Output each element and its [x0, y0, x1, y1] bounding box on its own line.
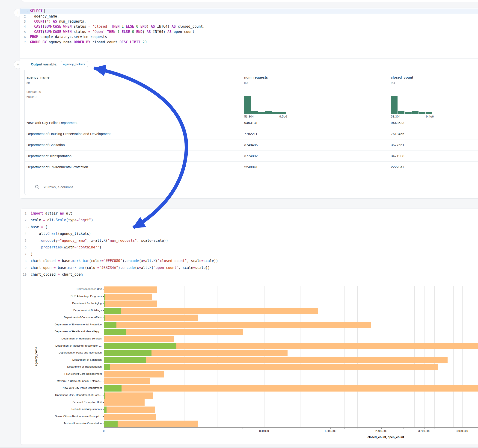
- x-tick-mark: [330, 428, 331, 429]
- y-axis-label: Department of Consumer Affairs: [20, 316, 102, 319]
- code-line[interactable]: 6 .properties(width="container"): [20, 244, 478, 251]
- gridline: [357, 286, 358, 427]
- histogram-bar: [426, 112, 432, 114]
- closed-count-bar: [104, 308, 318, 314]
- closed-count-bar: [104, 371, 164, 378]
- x-tick-mark: [344, 428, 345, 429]
- gridline: [453, 286, 453, 427]
- gridline: [370, 286, 370, 427]
- code-line[interactable]: 9chart_open = base.mark_bar(color="#8BC3…: [20, 264, 478, 271]
- open-count-bar: [104, 315, 105, 321]
- output-variable-row: Output variable: agency_tickets: [31, 60, 88, 68]
- y-axis-label: Department for the Aging: [20, 302, 102, 305]
- table-cell: 2240041: [244, 162, 258, 173]
- notebook-page: + + 1⌄SELECT 2 agency_name,3 COUNT(*) AS…: [0, 0, 478, 448]
- y-axis-label: Correspondence Unit: [20, 288, 102, 290]
- output-variable-input[interactable]: agency_tickets: [61, 61, 88, 67]
- code-line[interactable]: 7GROUP BY agency_name ORDER BY closed_co…: [20, 39, 478, 44]
- x-tick-mark: [264, 428, 264, 429]
- column-header[interactable]: agency_name: [26, 75, 49, 79]
- code-line[interactable]: 4 CAST(SUM(CASE WHEN status = 'Closed' T…: [20, 24, 478, 29]
- x-tick-mark: [453, 428, 453, 429]
- code-line[interactable]: 8chart_closed = base.mark_bar(color="#FF…: [20, 258, 478, 265]
- gridline: [414, 286, 415, 427]
- column-stat: unique: 20: [26, 90, 41, 93]
- open-count-bar: [104, 421, 118, 427]
- open-count-bar: [104, 350, 151, 356]
- x-tick-mark: [357, 428, 357, 429]
- open-count-bar: [104, 385, 121, 392]
- table-cell: 7782211: [244, 128, 257, 139]
- table-row[interactable]: Department of Transportation377489234719…: [25, 150, 478, 161]
- code-line[interactable]: 2scale = alt.Scale(type="sqrt"): [20, 217, 478, 224]
- y-axis-label: Department of Buildings: [20, 309, 102, 311]
- x-tick-mark: [300, 428, 300, 429]
- table-row[interactable]: Department of Sanitation37494853677651: [25, 139, 478, 150]
- code-line[interactable]: 2 agency_name,: [20, 14, 478, 19]
- row-column-count: 20 rows, 4 columns: [44, 185, 73, 189]
- open-count-bar: [104, 343, 176, 349]
- code-line[interactable]: 6FROM sample_data.nyc.service_requests: [20, 34, 478, 39]
- gridline: [404, 286, 404, 427]
- search-icon[interactable]: [35, 185, 39, 189]
- sql-editor[interactable]: 1⌄SELECT 2 agency_name,3 COUNT(*) AS num…: [20, 8, 478, 45]
- x-axis-label: 2,400,000: [365, 429, 397, 432]
- table-row[interactable]: Department of Housing Preservation and D…: [25, 128, 478, 139]
- gridline: [243, 286, 243, 427]
- x-tick-mark: [370, 428, 370, 429]
- histogram-bar: [251, 111, 258, 114]
- closed-count-bar: [104, 414, 156, 420]
- column-header[interactable]: num_requests: [244, 75, 268, 79]
- code-line[interactable]: 1import altair as alt: [20, 210, 478, 217]
- code-line[interactable]: 10chart_closed + chart_open: [20, 271, 478, 278]
- x-tick-mark: [184, 428, 184, 429]
- gridline: [184, 286, 184, 427]
- sql-cell: 1⌄SELECT 2 agency_name,3 COUNT(*) AS num…: [20, 8, 478, 199]
- open-count-bar: [104, 392, 105, 399]
- table-footer: 20 rows, 4 columns: [35, 185, 73, 189]
- x-tick-mark: [471, 428, 471, 429]
- y-axis-label: HRA Benefit Card Replacement: [20, 372, 102, 375]
- gridline: [382, 286, 382, 427]
- x-tick-mark: [403, 428, 404, 429]
- table-row[interactable]: Department of Environmental Protection22…: [25, 161, 478, 172]
- code-line[interactable]: 3 COUNT(*) AS num_requests,: [20, 19, 478, 24]
- y-axis-label: Department of Sanitation: [20, 358, 102, 361]
- gridline: [217, 286, 217, 427]
- histogram-bar: [272, 112, 279, 114]
- gridline: [264, 286, 264, 427]
- gridline: [283, 286, 283, 427]
- histogram-bar: [258, 112, 265, 114]
- table-cell: 7618456: [391, 128, 404, 139]
- closed-count-bar: [104, 322, 371, 328]
- table-cell: New York City Police Department: [26, 117, 77, 128]
- y-axis-label: Department of Environmental Protection: [20, 323, 102, 326]
- gridline: [471, 286, 471, 427]
- y-axis-label: Taxi and Limousine Commission: [20, 422, 102, 425]
- code-line[interactable]: 5 CAST(SUM(CASE WHEN status = 'Open' THE…: [20, 29, 478, 34]
- closed-count-bar: [104, 364, 438, 370]
- open-count-bar: [104, 308, 121, 314]
- python-cell: 1import altair as alt2scale = alt.Scale(…: [20, 209, 478, 445]
- output-variable-label: Output variable:: [31, 62, 57, 66]
- y-axis-label: Operations Unit - Department of Hom…: [20, 394, 102, 396]
- column-histogram: [244, 96, 286, 114]
- x-axis-label: 1,600,000: [314, 429, 346, 432]
- histogram-bar: [279, 112, 286, 114]
- gridline: [462, 286, 463, 427]
- histogram-bar: [398, 111, 404, 114]
- code-line[interactable]: 1⌄SELECT: [20, 8, 478, 14]
- histogram-bar: [265, 111, 272, 114]
- column-header[interactable]: closed_count: [391, 75, 413, 79]
- code-line[interactable]: 5 .encode(y="agency_name", x=alt.X("num_…: [20, 237, 478, 244]
- open-count-bar: [104, 364, 110, 370]
- x-tick-mark: [381, 428, 382, 429]
- code-line[interactable]: 7): [20, 251, 478, 258]
- open-count-bar: [104, 294, 105, 300]
- code-line[interactable]: 3⌄base = (: [20, 224, 478, 230]
- closed-count-bar: [104, 357, 447, 363]
- table-row[interactable]: New York City Police Department945313194…: [25, 117, 478, 128]
- chart-x-axis-title: closed_count, open_count: [340, 436, 432, 439]
- code-line[interactable]: 4 alt.Chart(agency_tickets): [20, 230, 478, 237]
- python-editor[interactable]: 1import altair as alt2scale = alt.Scale(…: [20, 210, 478, 278]
